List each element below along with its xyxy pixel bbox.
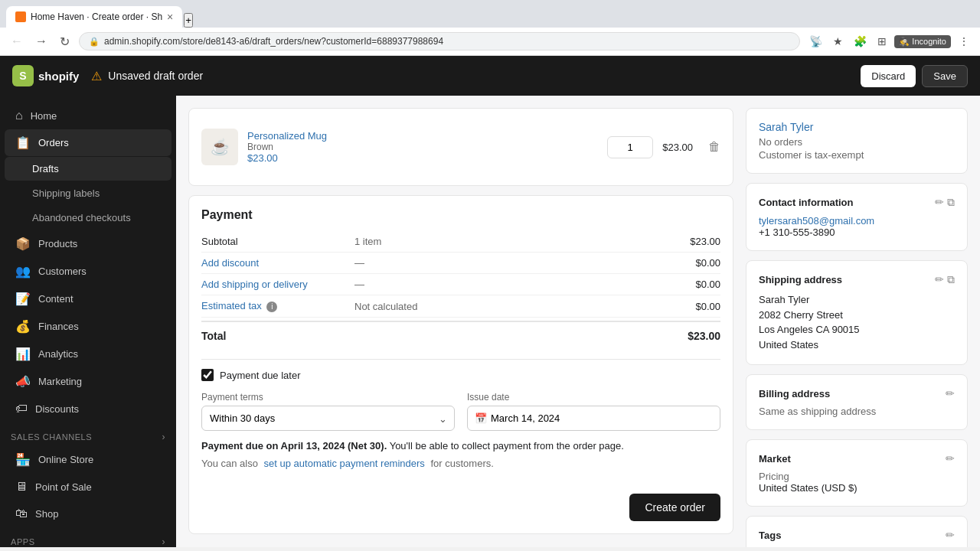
home-icon: ⌂ [15,109,23,122]
page-title: Unsaved draft order [108,70,203,82]
tags-card: Tags ✏ VIP × [746,516,968,547]
active-tab[interactable]: Home Haven · Create order · Sh × [6,6,182,28]
issue-date-group: Issue date 📅 [467,392,720,431]
contact-copy-icon[interactable]: ⧉ [947,196,955,209]
tax-value: Not calculated [354,301,667,312]
extensions-button[interactable]: 🧩 [851,34,870,49]
sidebar-analytics-label: Analytics [38,348,78,360]
sales-channels-chevron[interactable]: › [162,432,165,442]
sidebar-item-discounts[interactable]: 🏷 Discounts [5,396,172,422]
pos-icon: 🖥 [15,480,28,494]
customer-email[interactable]: tylersarah508@gmail.com [759,215,874,227]
tax-info-icon[interactable]: i [266,302,277,312]
sidebar-item-customers[interactable]: 👥 Customers [5,258,172,285]
billing-header: Billing address ✏ [759,387,955,399]
create-order-button[interactable]: Create order [629,494,720,521]
incognito-text: Incognito [912,37,946,46]
discount-label[interactable]: Add discount [201,257,354,269]
sidebar-item-shop[interactable]: 🛍 Shop [5,500,172,527]
line-total: $23.00 [662,142,693,153]
quantity-input[interactable] [607,136,653,158]
sidebar-customers-label: Customers [38,266,87,277]
sidebar-shop-label: Shop [35,508,58,520]
sales-channels-section: Sales channels › [0,422,176,445]
sidebar-item-marketing[interactable]: 📣 Marketing [5,368,172,395]
shipping-copy-icon[interactable]: ⧉ [947,273,955,286]
marketing-icon: 📣 [15,374,31,389]
apps-chevron[interactable]: › [162,536,165,547]
shipping-label[interactable]: Add shipping or delivery [201,279,354,290]
bookmark-button[interactable]: ★ [830,34,846,49]
cast-button[interactable]: 📡 [806,34,825,49]
sidebar-products-label: Products [38,238,77,249]
payment-reminder-text: You can also set up automatic payment re… [201,458,720,469]
product-name[interactable]: Personalized Mug [247,130,598,142]
market-card: Market ✏ Pricing United States (USD $) [746,439,968,507]
shipping-edit-icon[interactable]: ✏ [935,273,944,286]
product-price: $23.00 [247,152,598,164]
sidebar-item-drafts[interactable]: Drafts [5,157,172,181]
issue-date-input[interactable] [467,406,720,431]
sidebar-item-abandoned-checkouts[interactable]: Abandoned checkouts [5,206,172,230]
add-discount-link[interactable]: Add discount [201,257,259,269]
shipping-country: United States [759,337,955,353]
sidebar-item-pos[interactable]: 🖥 Point of Sale [5,474,172,500]
menu-button[interactable]: ⋮ [956,34,972,49]
tags-title: Tags [759,530,781,541]
estimated-tax-link[interactable]: Estimated tax [201,300,262,311]
url-text: admin.shopify.com/store/de8143-a6/draft_… [104,36,443,47]
sidebar-item-content[interactable]: 📝 Content [5,285,172,312]
sidebar: ⌂ Home 📋 Orders Drafts Shipping labels A… [0,96,176,547]
sidebar-item-online-store[interactable]: 🏪 Online Store [5,446,172,473]
payment-terms-select[interactable]: Within 30 days [201,406,455,431]
billing-same-as-shipping: Same as shipping address [759,406,955,417]
sidebar-item-products[interactable]: 📦 Products [5,230,172,257]
customer-name[interactable]: Sarah Tyler [759,121,955,133]
save-button[interactable]: Save [922,65,968,87]
discard-button[interactable]: Discard [861,65,916,87]
shipping-value: — [354,279,667,290]
shipping-city-state: Los Angeles CA 90015 [759,322,955,337]
forward-button[interactable]: → [32,33,51,50]
sidebar-shipping-labels-label: Shipping labels [32,187,100,199]
discount-value: — [354,257,667,269]
tab-title: Home Haven · Create order · Sh [31,11,162,22]
payment-reminders-link[interactable]: set up automatic payment reminders [264,458,425,469]
billing-edit-icon[interactable]: ✏ [946,387,955,399]
sidebar-item-finances[interactable]: 💰 Finances [5,313,172,340]
contact-card: Contact information ✏ ⧉ tylersarah508@gm… [746,183,968,251]
payment-due-notice: Payment due on April 13, 2024 (Net 30). … [201,440,720,452]
header-title-section: ⚠ Unsaved draft order [91,69,848,83]
close-tab-button[interactable]: × [167,11,173,23]
sidebar-browser-button[interactable]: ⊞ [874,34,890,49]
subtotal-row: Subtotal 1 item $23.00 [201,231,720,253]
content-icon: 📝 [15,292,31,306]
payment-due-checkbox[interactable] [201,369,214,381]
payment-section-title: Payment [201,208,720,222]
payment-terms-row: Payment terms Within 30 days Issue date [201,392,720,431]
main-column: ☕ Personalized Mug Brown $23.00 $23.00 🗑… [188,108,733,535]
reminder-suffix: for customers. [431,458,494,469]
back-button[interactable]: ← [8,33,26,50]
main-content: ☕ Personalized Mug Brown $23.00 $23.00 🗑… [176,96,980,547]
products-icon: 📦 [15,236,31,251]
new-tab-button[interactable]: + [184,13,193,28]
tax-amount: $0.00 [667,301,720,312]
shopify-logo: S shopify [12,65,79,86]
payment-due-label[interactable]: Payment due later [220,370,301,381]
sidebar-item-orders[interactable]: 📋 Orders [5,129,172,156]
add-shipping-link[interactable]: Add shipping or delivery [201,279,308,290]
refresh-button[interactable]: ↻ [57,33,73,51]
market-edit-icon[interactable]: ✏ [946,452,955,465]
finances-icon: 💰 [15,319,31,334]
sidebar-home-label: Home [31,110,57,122]
sidebar-item-analytics[interactable]: 📊 Analytics [5,341,172,367]
tags-edit-icon[interactable]: ✏ [946,529,955,541]
sidebar-content-label: Content [38,293,74,305]
sidebar-item-home[interactable]: ⌂ Home [5,103,172,129]
sidebar-item-shipping-labels[interactable]: Shipping labels [5,181,172,205]
address-bar[interactable]: 🔒 admin.shopify.com/store/de8143-a6/draf… [79,32,800,51]
payment-due-section: Payment due later Payment terms Within 3… [201,359,720,469]
remove-product-button[interactable]: 🗑 [708,140,720,154]
contact-edit-icon[interactable]: ✏ [935,196,944,209]
